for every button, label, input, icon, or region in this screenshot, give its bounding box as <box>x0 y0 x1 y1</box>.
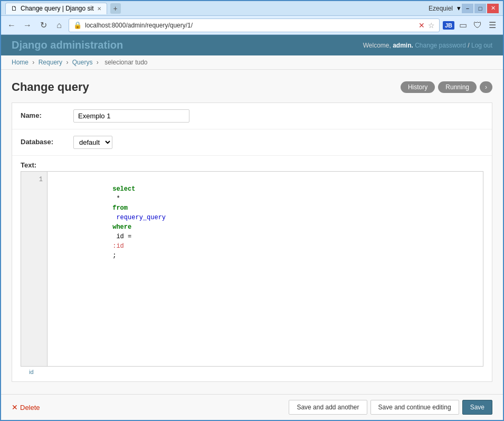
reload-button[interactable]: ↻ <box>37 19 50 32</box>
browser-tab[interactable]: 🗋 Change query | Django sit ✕ <box>5 3 107 14</box>
save-continue-button[interactable]: Save and continue editing <box>370 400 459 415</box>
text-section: Text: 1 select * from requery_query w <box>12 156 492 381</box>
line-numbers: 1 <box>21 172 47 366</box>
welcome-text: Welcome, <box>363 42 393 49</box>
lock-icon: 🔒 <box>73 21 82 29</box>
minimize-button[interactable]: − <box>462 4 473 13</box>
name-label: Name: <box>21 109 73 119</box>
kw-from: from <box>112 204 128 212</box>
user-dropdown-icon: ▾ <box>457 4 461 12</box>
breadcrumb-querys[interactable]: Querys <box>72 59 93 66</box>
breadcrumb-home[interactable]: Home <box>12 59 28 66</box>
delete-link[interactable]: ✕ Delete <box>12 403 40 411</box>
admin-user-info: Welcome, admin. Change password / Log ou… <box>363 42 492 49</box>
save-add-another-button[interactable]: Save and add another <box>289 400 367 415</box>
extensions-button[interactable]: 🛡 <box>471 19 484 32</box>
menu-button[interactable]: ☰ <box>486 19 499 32</box>
clear-address-icon[interactable]: ✕ <box>419 21 425 30</box>
variables-hint: id <box>21 367 483 379</box>
name-row: Name: <box>12 103 492 129</box>
next-button[interactable]: › <box>480 81 492 93</box>
database-control: default <box>73 136 483 149</box>
running-button[interactable]: Running <box>438 81 477 93</box>
save-button[interactable]: Save <box>462 400 492 415</box>
name-control <box>73 109 483 123</box>
delete-icon: ✕ <box>12 403 18 411</box>
tab-close-icon[interactable]: ✕ <box>97 6 101 12</box>
history-button[interactable]: History <box>401 81 435 93</box>
close-button[interactable]: ✕ <box>487 4 499 13</box>
kw-table: requery_query <box>112 214 169 221</box>
main-content: Change query History Running › Name: <box>1 70 503 394</box>
database-select[interactable]: default <box>73 136 112 149</box>
footer-bar: ✕ Delete Save and add another Save and c… <box>1 394 503 420</box>
form-container: Name: Database: default Tex <box>12 102 492 382</box>
kw-where: where <box>112 223 131 231</box>
name-input[interactable] <box>73 109 189 123</box>
admin-header: Django administration Welcome, admin. Ch… <box>1 35 503 55</box>
database-row: Database: default <box>12 129 492 156</box>
page-content: Django administration Welcome, admin. Ch… <box>1 35 503 420</box>
bookmark-icon[interactable]: ☆ <box>428 21 435 30</box>
back-button[interactable]: ← <box>5 19 18 32</box>
text-label: Text: <box>21 161 483 169</box>
user-label: Ezequiel <box>429 5 453 12</box>
breadcrumb: Home › Requery › Querys › selecionar tud… <box>1 55 503 70</box>
breadcrumb-requery[interactable]: Requery <box>39 59 62 66</box>
database-label: Database: <box>21 136 73 146</box>
maximize-button[interactable]: □ <box>474 4 486 13</box>
screen-cast-button[interactable]: ▭ <box>457 19 469 32</box>
kw-param: :id <box>112 242 124 250</box>
new-tab-button[interactable]: + <box>110 3 121 14</box>
line-number-1: 1 <box>21 175 47 184</box>
delete-label: Delete <box>20 404 40 411</box>
tab-title: Change query | Django sit <box>21 5 94 12</box>
address-bar[interactable]: 🔒 localhost:8000/admin/requery/query/1/ … <box>69 18 440 32</box>
code-line-1: select * from requery_query where id = :… <box>52 175 479 184</box>
change-password-link[interactable]: Change password <box>415 42 466 49</box>
admin-username: admin. <box>393 42 413 49</box>
header-buttons: History Running › <box>401 81 492 93</box>
page-title: Change query <box>12 80 89 94</box>
kw-select: select <box>112 185 135 193</box>
home-button[interactable]: ⌂ <box>53 19 65 32</box>
page-icon: 🗋 <box>11 5 17 12</box>
code-editor[interactable]: 1 select * from requery_query where id = <box>21 171 483 367</box>
code-content[interactable]: select * from requery_query where id = :… <box>47 172 483 366</box>
logout-link[interactable]: Log out <box>471 42 492 49</box>
forward-button[interactable]: → <box>21 19 34 32</box>
breadcrumb-current: selecionar tudo <box>104 59 147 66</box>
footer-right-buttons: Save and add another Save and continue e… <box>289 400 492 415</box>
jb-icon: JB <box>443 21 454 30</box>
page-header: Change query History Running › <box>12 80 492 94</box>
admin-title: Django administration <box>12 39 123 51</box>
address-text: localhost:8000/admin/requery/query/1/ <box>85 22 415 29</box>
